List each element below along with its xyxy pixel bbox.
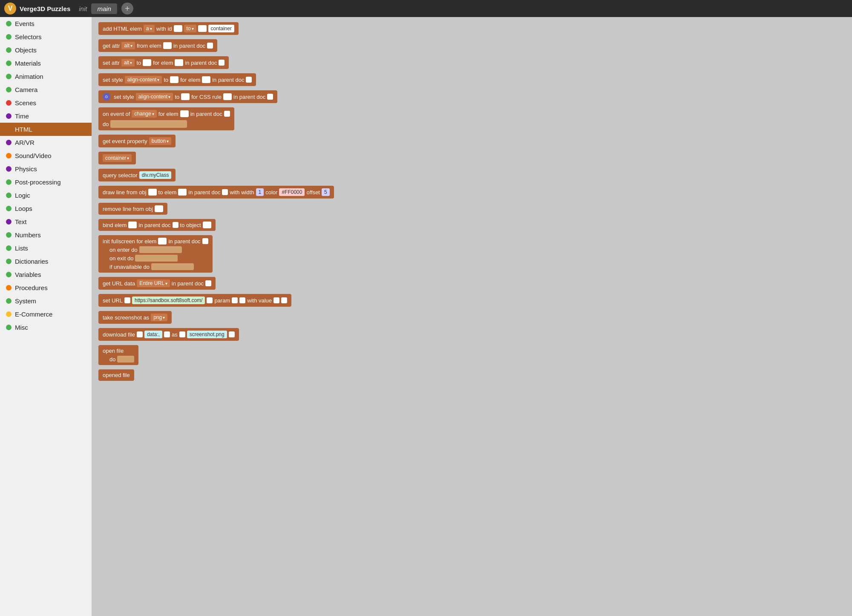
b9-text: query selector xyxy=(103,172,138,178)
b17-slot3 xyxy=(179,331,185,337)
sidebar-label-physics: Physics xyxy=(15,165,37,173)
tab-main[interactable]: main xyxy=(91,3,117,14)
b12-slot2 xyxy=(173,222,178,228)
app-logo-icon: V xyxy=(4,3,16,14)
dot-loops xyxy=(6,206,12,211)
sidebar-item-e-commerce[interactable]: E-Commerce xyxy=(0,308,92,321)
sidebar-item-time[interactable]: Time xyxy=(0,109,92,123)
b12-slot1 xyxy=(128,222,137,228)
sidebar-item-animation[interactable]: Animation xyxy=(0,70,92,83)
b1-slot1 xyxy=(174,25,182,32)
b10-text5: offset xyxy=(306,189,320,196)
dot-variables xyxy=(6,272,12,277)
sidebar-item-loops[interactable]: Loops xyxy=(0,202,92,215)
sidebar-label-selectors: Selectors xyxy=(15,33,42,40)
b1-text1: with id xyxy=(156,26,172,32)
topbar: V Verge3D Puzzles init main + xyxy=(0,0,852,17)
sidebar-label-dictionaries: Dictionaries xyxy=(15,258,48,265)
b1-dropdown-a[interactable]: a xyxy=(144,25,155,32)
b1-input[interactable]: container xyxy=(208,25,234,32)
b8-container-dropdown[interactable]: container xyxy=(103,154,132,162)
b6-text: on event of xyxy=(103,111,130,117)
b10-slot3 xyxy=(222,189,228,195)
sidebar-label-camera: Camera xyxy=(15,86,37,93)
b17-input1[interactable]: data:, xyxy=(144,331,162,338)
block-get-attr: get attr alt from elem in parent doc xyxy=(98,39,845,52)
b13-exit-label: on exit do xyxy=(109,255,133,262)
b16-text: take screenshot as xyxy=(103,314,149,321)
b6-do-slot xyxy=(110,120,187,128)
b3-text3: in parent doc xyxy=(185,60,217,66)
sidebar-item-post-processing[interactable]: Post-processing xyxy=(0,176,92,189)
block-remove-line: remove line from obj xyxy=(98,203,845,215)
b1-text: add HTML elem xyxy=(103,26,142,32)
b12-text2: to object xyxy=(180,222,201,228)
dot-physics xyxy=(6,166,12,172)
b14-dropdown[interactable]: Entire URL xyxy=(137,279,170,287)
b4-dropdown[interactable]: align-content xyxy=(125,76,162,83)
b10-text3: with width xyxy=(230,189,254,196)
sidebar-item-sound-video[interactable]: Sound/Video xyxy=(0,149,92,162)
add-tab-button[interactable]: + xyxy=(121,3,133,14)
b15-text: set URL xyxy=(103,297,123,304)
sidebar-item-lists[interactable]: Lists xyxy=(0,242,92,255)
b17-slot4 xyxy=(229,331,235,337)
sidebar-label-animation: Animation xyxy=(15,73,43,80)
sidebar-item-html[interactable]: HTML xyxy=(0,123,92,136)
block-opened-file: opened file xyxy=(98,369,845,381)
sidebar-item-objects[interactable]: Objects xyxy=(0,43,92,57)
sidebar-item-arvr[interactable]: AR/VR xyxy=(0,136,92,149)
sidebar-item-system[interactable]: System xyxy=(0,294,92,308)
sidebar-item-selectors[interactable]: Selectors xyxy=(0,30,92,43)
b15-text2: with value xyxy=(247,297,272,304)
sidebar-item-dictionaries[interactable]: Dictionaries xyxy=(0,255,92,268)
sidebar-label-arvr: AR/VR xyxy=(15,139,35,146)
b3-text1: to xyxy=(136,60,141,66)
b2-dropdown-alt[interactable]: alt xyxy=(121,42,135,49)
sidebar-label-materials: Materials xyxy=(15,60,41,67)
dot-html xyxy=(6,127,12,132)
b16-dropdown[interactable]: png xyxy=(151,314,167,321)
sidebar-item-physics[interactable]: Physics xyxy=(0,162,92,176)
b15-slot1 xyxy=(124,297,130,303)
block-set-style-elem: set style align-content to for elem in p… xyxy=(98,73,845,86)
b4-text1: to xyxy=(164,77,168,83)
sidebar-item-scenes[interactable]: Scenes xyxy=(0,96,92,109)
sidebar-item-procedures[interactable]: Procedures xyxy=(0,281,92,294)
sidebar-item-camera[interactable]: Camera xyxy=(0,83,92,96)
b7-text: get event property xyxy=(103,138,147,144)
sidebar-label-html: HTML xyxy=(15,126,32,133)
dot-camera xyxy=(6,87,12,92)
b1-dropdown-to[interactable]: to xyxy=(184,25,196,32)
b9-input[interactable]: div.myClass xyxy=(139,171,172,179)
tab-init[interactable]: init xyxy=(79,5,87,12)
sidebar-item-numbers[interactable]: Numbers xyxy=(0,228,92,242)
sidebar-item-variables[interactable]: Variables xyxy=(0,268,92,281)
sidebar-item-logic[interactable]: Logic xyxy=(0,189,92,202)
b3-dropdown-alt[interactable]: alt xyxy=(121,59,135,66)
b5-dropdown[interactable]: align-content xyxy=(136,93,173,101)
b6-slot2 xyxy=(224,111,230,117)
b13-unavail-slot xyxy=(151,263,194,270)
b3-text: set attr xyxy=(103,60,120,66)
b2-slot1 xyxy=(163,42,172,49)
sidebar-label-procedures: Procedures xyxy=(15,284,48,291)
block-query-selector: query selector div.myClass xyxy=(98,169,845,181)
b6-dropdown[interactable]: change xyxy=(132,110,156,118)
sidebar-item-text[interactable]: Text xyxy=(0,215,92,228)
block-set-style-css: ⊙ set style align-content to for CSS rul… xyxy=(98,90,845,103)
sidebar-item-misc[interactable]: Misc xyxy=(0,321,92,334)
b15-slot2 xyxy=(207,297,213,303)
b17-input2[interactable]: screenshot.png xyxy=(187,331,227,338)
sidebar-item-materials[interactable]: Materials xyxy=(0,57,92,70)
sidebar-label-objects: Objects xyxy=(15,46,37,54)
b6-text2: in parent doc xyxy=(190,111,222,117)
b10-text4: color xyxy=(265,189,277,196)
sidebar-label-post-processing: Post-processing xyxy=(15,178,61,186)
dot-arvr xyxy=(6,140,12,145)
sidebar-item-events[interactable]: Events xyxy=(0,17,92,30)
sidebar-label-events: Events xyxy=(15,20,35,27)
b15-text1: param xyxy=(214,297,230,304)
b7-dropdown[interactable]: button xyxy=(149,137,171,145)
dot-logic xyxy=(6,193,12,198)
